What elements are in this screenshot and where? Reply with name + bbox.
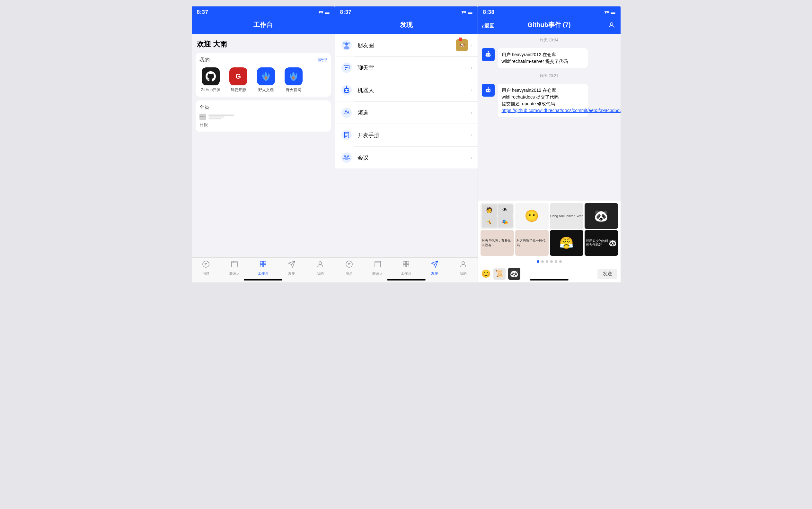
tab-contacts-1[interactable]: 联系人 [220,260,249,276]
moments-badge [459,38,462,41]
discover-item-handbook[interactable]: 开发手册 › [335,124,478,146]
app-item-wildfire-site[interactable]: 野火官网 [282,67,305,93]
robot-icon [340,84,353,97]
screen1-workbench: 8:37 ▾▾ ▬ 工作台 欢迎 大雨 我的 管理 GitHub开源 [192,6,335,282]
tab-mine-2[interactable]: 我的 [449,260,478,276]
svg-rect-6 [260,265,263,267]
commit-link[interactable]: https://github.com/wildfirechat/docs/com… [502,108,621,113]
channel-label: 频道 [357,109,471,116]
status-icons-3: ▾▾ ▬ [604,10,616,15]
sticker-grid: 🧑 👁 🤸 🎭 😶 Java.lang.NullPointerException… [478,201,621,258]
all-section-label: 全员 [199,104,327,110]
manage-button[interactable]: 管理 [317,57,327,63]
app-item-wildfire-doc[interactable]: 野火文档 [255,67,277,93]
time-2: 8:37 [340,9,352,15]
discover-item-meeting[interactable]: 会议 › [335,147,478,169]
svg-point-46 [489,54,490,55]
robot-label: 机器人 [357,87,471,94]
sticker-5[interactable]: 对去与代码，看看你有没有... [480,230,514,256]
my-section-label: 我的 [199,57,210,64]
discover-icon [288,260,295,270]
emoji-button[interactable]: 😊 [481,269,491,278]
tab-messages-2[interactable]: 消息 [335,260,364,276]
input-sticker-1[interactable]: 📜 [493,268,506,280]
muyun-label: 码云开源 [230,87,246,93]
sticker-3[interactable]: Java.lang.NullPointerException [550,203,583,229]
mine-icon-2 [459,260,467,270]
svg-rect-36 [375,261,381,267]
svg-point-13 [343,42,345,44]
input-sticker-2[interactable]: 🐼 [508,268,520,280]
svg-point-35 [346,261,352,267]
svg-rect-1 [231,261,238,267]
tab-workbench-1[interactable]: 工作台 [249,260,278,276]
discover-item-channel[interactable]: 频道 › [335,102,478,124]
svg-rect-39 [406,261,409,264]
wifi-icon-3: ▾▾ [604,10,609,15]
screen2-discover: 8:37 ▾▾ ▬ 发现 朋友圈 🐶 [335,6,478,282]
time-1: 8:37 [197,9,209,15]
screen3-chat: 8:38 ▾▾ ▬ ‹ 返回 Github事件 (7) 昨天 19:34 [478,6,621,282]
sticker-8[interactable]: 我用多少的的时候去代码好 🐼 [585,230,618,256]
app-item-muyun[interactable]: G 码云开源 [227,67,250,93]
header-title-2: 发现 [400,21,413,28]
github-icon [202,67,220,86]
tab-discover-label-2: 发现 [431,271,438,276]
chat-bubble-1: 用户 heavyrain2012 在仓库 wildfirechat/im-ser… [498,48,588,68]
svg-point-53 [489,90,490,91]
sticker-7[interactable]: 😤 [550,230,583,256]
daily-item[interactable] [199,113,327,120]
daily-label: 日报 [199,122,327,128]
robot-chevron: › [471,87,472,93]
chat-bubble-2: 用户 heavyrain2012 在仓库 wildfirechat/docs 提… [498,84,588,117]
sticker-4[interactable]: 🐼 [585,203,618,229]
time-divider-2: 昨天 20:21 [478,70,621,82]
tab-messages-1[interactable]: 消息 [192,260,220,276]
sticker-2[interactable]: 😶 [515,203,549,229]
tab-bar-1: 消息 联系人 工作台 发现 [192,258,335,282]
chat-message-1: 用户 heavyrain2012 在仓库 wildfirechat/im-ser… [478,46,621,70]
bottom-indicator-2 [387,279,426,280]
channel-chevron: › [471,110,472,115]
svg-point-21 [347,90,348,91]
tab-mine-1[interactable]: 我的 [306,260,335,276]
tab-contacts-2[interactable]: 联系人 [363,260,392,276]
sticker-icon-2: 🐼 [510,270,519,278]
svg-point-45 [487,54,488,55]
handbook-label: 开发手册 [357,132,471,139]
header-2: 发现 [335,17,478,34]
status-bar-3: 8:38 ▾▾ ▬ [478,6,621,17]
svg-rect-38 [403,261,406,264]
tab-contacts-label-2: 联系人 [372,271,383,276]
discover-item-robot[interactable]: 机器人 › [335,79,478,101]
tab-workbench-2[interactable]: 工作台 [392,260,420,276]
back-button[interactable]: ‹ 返回 [482,22,495,30]
list-lines [209,114,234,120]
wildfire-doc-icon [257,67,275,86]
sticker-1[interactable]: 🧑 👁 🤸 🎭 [480,203,514,229]
tab-messages-label: 消息 [202,271,210,276]
contacts-icon-2 [374,260,382,270]
moments-label: 朋友圈 [357,42,456,49]
discover-list: 朋友圈 🐶 › 聊天室 › [335,34,478,169]
card-header: 我的 管理 [199,57,327,64]
svg-point-52 [487,90,488,91]
tab-discover-2[interactable]: 发现 [420,260,449,276]
svg-point-15 [345,67,346,68]
sticker-6[interactable]: 对方告诉了你一段代码... [515,230,549,256]
wifi-icon-2: ▾▾ [462,10,466,15]
dot-3 [546,260,548,263]
meeting-icon [340,151,353,164]
profile-icon[interactable] [608,21,616,31]
discover-item-chatroom[interactable]: 聊天室 › [335,57,478,79]
discover-item-moments[interactable]: 朋友圈 🐶 › [335,34,478,57]
tab-discover-1[interactable]: 发现 [278,260,306,276]
send-button[interactable]: 发送 [597,269,617,279]
tab-mine-label-2: 我的 [460,271,467,276]
app-item-github[interactable]: GitHub开源 [199,67,222,93]
svg-point-20 [345,90,346,91]
sticker-icon-1: 📜 [495,270,504,278]
chatroom-chevron: › [471,65,472,71]
battery-icon-1: ▬ [325,10,330,15]
tab-workbench-label-2: 工作台 [401,271,411,276]
